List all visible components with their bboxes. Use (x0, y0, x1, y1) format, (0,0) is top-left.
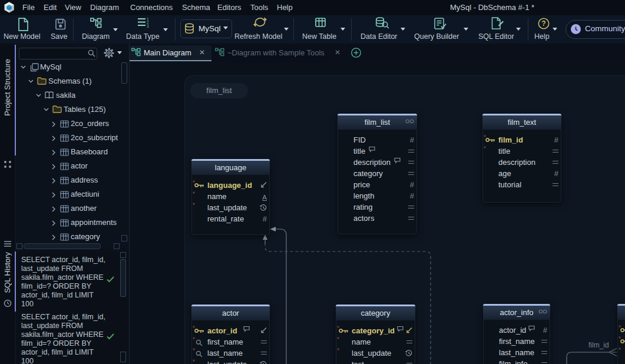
svg-text:?: ? (541, 19, 545, 28)
svg-text:3: 3 (147, 24, 149, 28)
